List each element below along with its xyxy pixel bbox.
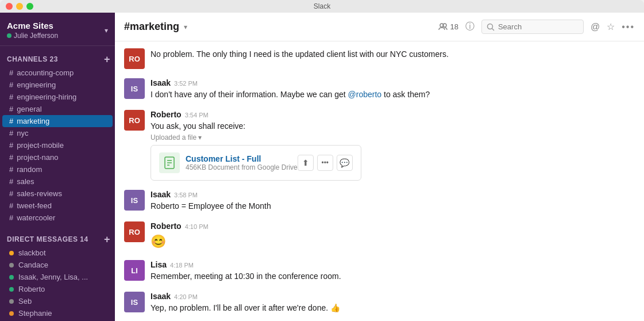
- close-button[interactable]: [6, 3, 13, 10]
- channel-item-watercooler[interactable]: # watercooler: [2, 212, 113, 224]
- channel-prefix-icon: #: [9, 153, 13, 162]
- svg-line-3: [492, 28, 494, 30]
- starred-items-button[interactable]: ☆: [607, 21, 615, 32]
- avatar: RO: [124, 110, 145, 131]
- avatar: IS: [124, 292, 145, 312]
- dm-name: Seb: [18, 297, 32, 305]
- more-options-button[interactable]: •••: [622, 22, 635, 32]
- channel-prefix-icon: #: [9, 129, 13, 137]
- dm-status-dot: [9, 275, 14, 280]
- more-file-actions-button[interactable]: •••: [317, 155, 333, 171]
- message-emoji: 😊: [151, 232, 209, 251]
- dm-status-dot: [9, 299, 14, 304]
- message-text: No problem. The only thing I need is the…: [151, 48, 449, 60]
- dm-status-dot: [9, 311, 14, 316]
- file-name[interactable]: Customer List - Full: [186, 154, 298, 163]
- message-author: Roberto: [151, 110, 182, 119]
- channel-prefix-icon: #: [9, 93, 13, 101]
- channel-item-general[interactable]: # general: [2, 103, 113, 115]
- channel-item-engineering-hiring[interactable]: # engineering-hiring: [2, 91, 113, 103]
- message-row: IS Isaak 3:52 PM I don't have any of the…: [124, 78, 635, 101]
- channel-name: engineering: [17, 81, 56, 89]
- search-box[interactable]: [481, 20, 584, 34]
- message-time: 3:52 PM: [174, 80, 198, 87]
- channel-name: accounting-comp: [17, 68, 74, 77]
- download-button[interactable]: ⬆: [298, 155, 314, 171]
- channel-item-project-nano[interactable]: # project-nano: [2, 151, 113, 163]
- channel-item-sales[interactable]: # sales: [2, 175, 113, 188]
- dm-item-stephanie[interactable]: Stephanie: [2, 307, 113, 319]
- channel-item-marketing[interactable]: # marketing: [2, 115, 113, 127]
- channel-item-sales-reviews[interactable]: # sales-reviews: [2, 188, 113, 200]
- message-time: 4:10 PM: [185, 223, 209, 230]
- channels-label: CHANNELS 23: [7, 55, 58, 63]
- channel-item-project-mobile[interactable]: # project-mobile: [2, 139, 113, 151]
- member-count[interactable]: 18: [438, 22, 458, 32]
- info-button[interactable]: ⓘ: [465, 21, 475, 33]
- channel-item-random[interactable]: # random: [2, 163, 113, 175]
- message-header: Isaak 3:52 PM: [151, 78, 430, 87]
- at-mentions-button[interactable]: @: [591, 22, 600, 32]
- minimize-button[interactable]: [16, 3, 23, 10]
- window-title: Slack: [314, 2, 330, 10]
- channel-prefix-icon: #: [9, 81, 13, 89]
- channel-prefix-icon: #: [9, 177, 13, 186]
- channel-item-engineering[interactable]: # engineering: [2, 79, 113, 91]
- dm-name: Isaak, Jenny, Lisa, ...: [18, 273, 88, 281]
- uploaded-label: Uploaded a file ▾: [151, 133, 361, 142]
- maximize-button[interactable]: [26, 3, 33, 10]
- user-status-dot: [7, 33, 11, 38]
- message-row: RO Roberto 4:10 PM 😊: [124, 221, 635, 251]
- add-dm-button[interactable]: +: [104, 234, 110, 244]
- message-author: Roberto: [151, 221, 182, 231]
- message-text: You ask, you shall receive:: [151, 120, 361, 132]
- message-header: Isaak 4:20 PM: [151, 292, 340, 301]
- message-text: I don't have any of their information. M…: [151, 89, 430, 101]
- dm-item-slackbot[interactable]: slackbot: [2, 247, 113, 259]
- message-row: RO No problem. The only thing I need is …: [124, 48, 635, 69]
- file-icon: [159, 152, 180, 173]
- channel-prefix-icon: #: [9, 117, 13, 125]
- channel-name: random: [17, 165, 42, 174]
- file-details: Customer List - Full 456KB Document from…: [186, 154, 298, 171]
- dm-status-dot: [9, 287, 14, 292]
- channel-title: #marketing: [124, 21, 179, 33]
- mention[interactable]: @roberto: [348, 90, 382, 99]
- dm-label: DIRECT MESSAGES 14: [7, 235, 88, 243]
- message-body: Roberto 4:10 PM 😊: [151, 221, 209, 251]
- message-time: 3:54 PM: [185, 112, 209, 119]
- message-body: Lisa 4:18 PM Remember, meeting at 10:30 …: [151, 260, 341, 282]
- message-author: Lisa: [151, 260, 167, 269]
- channel-name: watercooler: [17, 213, 55, 222]
- channel-item-nyc[interactable]: # nyc: [2, 127, 113, 139]
- dm-item-group[interactable]: Isaak, Jenny, Lisa, ...: [2, 271, 113, 283]
- message-body: Isaak 4:20 PM Yep, no problem. I'll be a…: [151, 292, 340, 314]
- workspace-chevron-icon[interactable]: ▾: [105, 26, 108, 35]
- dm-section: DIRECT MESSAGES 14 + slackbot Candace Is…: [0, 226, 115, 321]
- file-meta: 456KB Document from Google Drive: [186, 163, 298, 171]
- dm-item-seb[interactable]: Seb: [2, 295, 113, 307]
- dm-name: slackbot: [18, 249, 46, 257]
- message-body: No problem. The only thing I need is the…: [151, 48, 449, 69]
- channel-item-accounting-comp[interactable]: # accounting-comp: [2, 67, 113, 79]
- search-input[interactable]: [498, 22, 579, 31]
- channel-dropdown-icon[interactable]: ▾: [184, 23, 187, 31]
- workspace-user: Julie Jefferson: [7, 32, 58, 40]
- workspace-header[interactable]: Acme Sites Julie Jefferson ▾: [0, 13, 115, 46]
- search-icon: [487, 23, 495, 31]
- message-row: IS Isaak 3:58 PM Roberto = Employee of t…: [124, 190, 635, 212]
- comment-button[interactable]: 💬: [337, 155, 353, 171]
- channel-name: sales: [17, 177, 34, 186]
- messages-container: RO No problem. The only thing I need is …: [115, 41, 644, 321]
- dm-item-candace[interactable]: Candace: [2, 259, 113, 271]
- channel-item-tweet-feed[interactable]: # tweet-feed: [2, 200, 113, 212]
- message-header: Roberto 4:10 PM: [151, 221, 209, 231]
- dm-item-roberto[interactable]: Roberto: [2, 283, 113, 295]
- title-bar: Slack: [0, 0, 644, 13]
- traffic-lights: [6, 3, 33, 10]
- message-time: 3:58 PM: [174, 192, 198, 198]
- channel-name: nyc: [17, 129, 28, 137]
- message-time: 4:20 PM: [174, 293, 198, 300]
- avatar: LI: [124, 260, 145, 281]
- add-channel-button[interactable]: +: [104, 54, 110, 64]
